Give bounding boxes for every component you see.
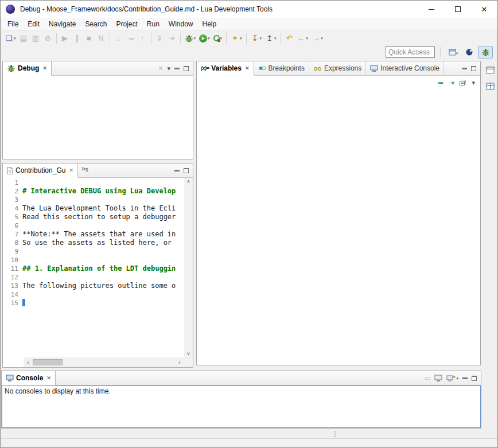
line-number: 4 (3, 205, 22, 212)
horizontal-scrollbar[interactable]: ‹ › (24, 357, 184, 367)
quick-access-input[interactable] (386, 46, 435, 58)
editor-area[interactable]: 12# Interactive DEBUG using Lua Develop3… (3, 178, 193, 367)
menu-project[interactable]: Project (111, 18, 142, 30)
close-icon[interactable]: ✕ (245, 65, 250, 71)
tab-breakpoints[interactable]: Breakpoints (254, 61, 309, 75)
editor-line[interactable]: 13The following pictures outline some o (3, 282, 184, 290)
editor-line[interactable]: 15 (3, 299, 184, 307)
hidden-tabs-chevron[interactable]: »5 (78, 163, 92, 177)
minimize-view-button[interactable] (462, 377, 468, 379)
save-all-button: ▥ (30, 32, 41, 45)
window-minimize-button[interactable] (418, 1, 445, 18)
editor-line[interactable]: 11## 1. Explanation of the LDT debuggin (3, 264, 184, 273)
editor-line[interactable]: 4The Lua Development Tools in the Ecli (3, 204, 184, 213)
minimize-view-button[interactable] (462, 68, 467, 69)
close-icon: ✕ (481, 5, 488, 14)
editor-line[interactable]: 10 (3, 256, 184, 264)
step-over-button: ↝ (125, 32, 136, 45)
editor-line[interactable]: 7**Note:** The assets that are used in (3, 230, 184, 239)
tab-expressions[interactable]: Expressions (309, 61, 366, 75)
tab-variables[interactable]: (x)=Variables✕ (197, 61, 254, 76)
app-icon[interactable] (6, 5, 15, 14)
back-button[interactable]: ←▾ (296, 32, 310, 45)
next-annotation-button[interactable]: ↧▾ (250, 32, 263, 45)
debug-view: Debug ✕ ✕▾ (2, 61, 193, 159)
skip-all-breakpoints-icon: ⊘ (44, 34, 52, 42)
tab-debug[interactable]: Debug ✕ (3, 61, 52, 76)
run-button[interactable]: ▶▾ (198, 32, 211, 45)
maximize-view-button[interactable] (184, 168, 189, 173)
dropdown-icon[interactable]: ▾ (321, 36, 323, 41)
maximize-icon (472, 376, 477, 381)
editor-line[interactable]: 9 (3, 247, 184, 256)
scroll-down-icon[interactable]: ∨ (187, 351, 190, 356)
vertical-scrollbar[interactable]: ∧ ∨ (184, 178, 193, 357)
maximize-view-button[interactable] (184, 66, 189, 71)
dropdown-icon[interactable]: ▾ (194, 36, 196, 41)
editor-line[interactable]: 5Read this section to setup a debugger (3, 213, 184, 221)
menu-edit[interactable]: Edit (23, 18, 44, 30)
editor-line[interactable]: 2# Interactive DEBUG using Lua Develop (3, 187, 184, 196)
tab-contribution-guide[interactable]: Contribution_Gu ✕ (3, 163, 78, 178)
lua-perspective-button[interactable] (462, 46, 477, 59)
window-close-button[interactable]: ✕ (471, 1, 497, 18)
collapse-all-icon[interactable] (459, 79, 466, 86)
maximize-view-button[interactable] (472, 376, 477, 381)
open-console-icon[interactable]: ▾ (446, 375, 458, 381)
use-step-filters-button: ⇥ (166, 32, 177, 45)
editor-line[interactable]: 12 (3, 273, 184, 282)
bug-icon (7, 64, 15, 72)
tab-interactive-console[interactable]: Interactive Console (366, 61, 444, 75)
view-menu-icon[interactable]: ▾ (472, 80, 475, 86)
menu-run[interactable]: Run (142, 18, 164, 30)
minimized-outline-view-icon[interactable] (483, 80, 497, 92)
scroll-up-icon[interactable]: ∧ (187, 179, 190, 184)
close-icon[interactable]: ✕ (46, 375, 51, 381)
sash-handle[interactable] (334, 431, 336, 437)
dropdown-icon[interactable]: ▾ (220, 36, 223, 41)
line-number: 9 (3, 248, 22, 255)
window-maximize-button[interactable] (445, 1, 471, 18)
show-type-names-icon[interactable]: ≔ (437, 80, 443, 86)
close-icon[interactable]: ✕ (69, 167, 73, 173)
search-button[interactable]: ✦▾ (229, 32, 243, 45)
menu-navigate[interactable]: Navigate (44, 18, 80, 30)
minimize-view-button[interactable] (174, 68, 180, 69)
close-icon[interactable]: ✕ (42, 65, 47, 71)
scrollbar-thumb[interactable] (33, 359, 63, 365)
line-number: 10 (3, 256, 22, 264)
view-menu-icon[interactable]: ▾ (167, 65, 170, 72)
previous-annotation-button[interactable]: ↥▾ (264, 32, 278, 45)
show-logical-structure-icon[interactable]: ⇥ (449, 80, 454, 86)
debug-perspective-button[interactable] (478, 46, 493, 59)
run-external-tools-button[interactable]: ▾ (212, 32, 224, 45)
last-edit-location-button[interactable]: ↶ (284, 32, 295, 45)
dropdown-icon[interactable]: ▾ (240, 36, 242, 41)
menu-search[interactable]: Search (80, 18, 111, 30)
minimized-editor-area-icon[interactable] (483, 64, 497, 76)
code-area[interactable]: 12# Interactive DEBUG using Lua Develop3… (3, 178, 184, 357)
menu-file[interactable]: File (3, 18, 23, 30)
editor-line[interactable]: 8So use the assets as listed here, or (3, 239, 184, 247)
dropdown-icon[interactable]: ▾ (306, 36, 309, 41)
open-perspective-button[interactable] (446, 46, 461, 59)
dropdown-icon[interactable]: ▾ (274, 36, 277, 41)
scroll-left-icon[interactable]: ‹ (25, 359, 32, 365)
debug-button[interactable]: ▾ (184, 32, 197, 45)
dropdown-icon[interactable]: ▾ (14, 36, 16, 41)
dropdown-icon[interactable]: ▾ (260, 36, 262, 41)
editor-line[interactable]: 14 (3, 290, 184, 299)
editor-line[interactable]: 6 (3, 221, 184, 230)
editor-line[interactable]: 3 (3, 196, 184, 204)
minimize-view-button[interactable] (174, 170, 180, 172)
new-button[interactable]: ❏▾ (3, 32, 17, 45)
editor-line[interactable]: 1 (3, 178, 184, 187)
display-selected-console-icon[interactable] (434, 375, 442, 381)
line-number: 14 (3, 291, 22, 298)
maximize-view-button[interactable] (471, 66, 476, 71)
tab-console[interactable]: Console ✕ (2, 371, 56, 385)
scroll-right-icon[interactable]: › (176, 359, 183, 365)
menu-window[interactable]: Window (164, 18, 198, 30)
dropdown-icon[interactable]: ▾ (208, 36, 210, 41)
menu-help[interactable]: Help (198, 18, 221, 30)
